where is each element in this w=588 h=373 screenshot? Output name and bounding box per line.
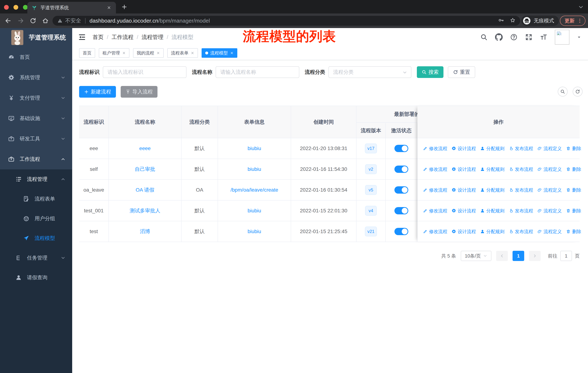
page-size-select[interactable]: 10条/页 xyxy=(461,251,491,261)
goto-page-input[interactable] xyxy=(560,251,572,261)
active-toggle[interactable] xyxy=(394,166,408,173)
security-warning-icon[interactable] xyxy=(57,18,63,23)
version-badge[interactable]: v2 xyxy=(365,164,377,174)
avatar-caret-icon[interactable] xyxy=(577,35,581,40)
password-key-icon[interactable] xyxy=(498,17,504,23)
assign-rule-link[interactable]: 分配规则 xyxy=(480,187,504,193)
breadcrumb-item[interactable]: 首页 xyxy=(93,33,104,41)
toggle-search-button[interactable] xyxy=(558,87,567,97)
url-text[interactable]: dashboard.yudao.iocoder.cn/bpm/manager/m… xyxy=(89,18,210,24)
process-name-link[interactable]: eeee xyxy=(139,146,151,151)
assign-rule-link[interactable]: 分配规则 xyxy=(480,208,504,214)
delete-link[interactable]: 删除 xyxy=(566,166,581,172)
sidebar-item-infrastructure[interactable]: 基础设施 xyxy=(0,108,72,129)
active-toggle[interactable] xyxy=(394,145,408,152)
help-question-icon[interactable] xyxy=(510,33,518,41)
process-name-link[interactable]: 滔博 xyxy=(140,228,150,235)
address-bar[interactable]: 不安全 dashboard.yudao.iocoder.cn/bpm/manag… xyxy=(52,16,520,26)
zoom-window-button[interactable] xyxy=(23,5,28,10)
active-toggle[interactable] xyxy=(394,207,408,214)
sidebar-item-system[interactable]: 系统管理 xyxy=(0,67,72,88)
tag-tenant[interactable]: 租户管理 xyxy=(99,48,129,58)
sidebar-item-user-group[interactable]: 用户分组 xyxy=(0,209,72,228)
browser-update-button[interactable]: 更新 xyxy=(560,16,586,26)
publish-process-link[interactable]: 发布流程 xyxy=(509,229,533,235)
import-process-button[interactable]: 导入流程 xyxy=(121,86,158,98)
forward-button[interactable] xyxy=(17,17,24,24)
form-info-link[interactable]: biubiu xyxy=(248,229,261,234)
sidebar-item-process-form[interactable]: 流程表单 xyxy=(0,189,72,209)
close-icon[interactable] xyxy=(156,51,160,55)
next-page-button[interactable] xyxy=(529,251,541,261)
create-process-button[interactable]: 新建流程 xyxy=(79,86,116,98)
publish-process-link[interactable]: 发布流程 xyxy=(509,166,533,172)
reset-button[interactable]: 重置 xyxy=(448,66,475,78)
publish-process-link[interactable]: 发布流程 xyxy=(509,146,533,151)
sidebar-item-home[interactable]: 首页 xyxy=(0,47,72,67)
modify-process-link[interactable]: 修改流程 xyxy=(423,146,447,151)
browser-tab[interactable]: 芋道管理系统 xyxy=(27,2,116,13)
category-select[interactable]: 流程分类 xyxy=(328,66,411,78)
design-process-link[interactable]: 设计流程 xyxy=(452,146,476,151)
version-badge[interactable]: v5 xyxy=(365,185,377,195)
bookmark-star-icon[interactable] xyxy=(510,17,516,23)
reload-button[interactable] xyxy=(30,17,36,24)
prev-page-button[interactable] xyxy=(496,251,508,261)
process-definition-link[interactable]: 流程定义 xyxy=(537,187,562,193)
github-icon[interactable] xyxy=(495,33,503,41)
process-key-input[interactable] xyxy=(103,66,187,78)
tag-my-process[interactable]: 我的流程 xyxy=(133,48,164,58)
security-label[interactable]: 不安全 xyxy=(65,17,81,24)
back-button[interactable] xyxy=(5,17,12,24)
process-name-input[interactable] xyxy=(216,66,299,78)
font-size-icon[interactable] xyxy=(540,33,547,41)
browser-menu-icon[interactable] xyxy=(577,18,583,23)
tab-search-chevron-icon[interactable] xyxy=(578,4,584,10)
process-name-link[interactable]: 自己审批 xyxy=(135,166,155,173)
version-badge[interactable]: v17 xyxy=(365,143,377,153)
refresh-table-button[interactable] xyxy=(573,87,583,97)
breadcrumb-item[interactable]: 工作流程 xyxy=(112,33,133,41)
tag-process-form[interactable]: 流程表单 xyxy=(167,48,198,58)
process-definition-link[interactable]: 流程定义 xyxy=(537,229,562,235)
close-window-button[interactable] xyxy=(4,5,9,10)
design-process-link[interactable]: 设计流程 xyxy=(452,229,476,235)
version-badge[interactable]: v4 xyxy=(365,206,377,216)
sidebar-item-leave-query[interactable]: 请假查询 xyxy=(0,268,72,287)
new-tab-button[interactable] xyxy=(121,4,128,10)
search-button[interactable]: 搜索 xyxy=(417,66,443,78)
close-icon[interactable] xyxy=(230,51,234,55)
modify-process-link[interactable]: 修改流程 xyxy=(423,229,447,235)
active-toggle[interactable] xyxy=(394,186,408,194)
process-name-link[interactable]: OA 请假 xyxy=(136,186,154,193)
delete-link[interactable]: 删除 xyxy=(566,208,581,214)
tab-close-icon[interactable] xyxy=(106,5,112,10)
process-definition-link[interactable]: 流程定义 xyxy=(537,166,562,172)
publish-process-link[interactable]: 发布流程 xyxy=(509,208,533,214)
sidebar-item-task-management[interactable]: 任务管理 xyxy=(0,248,72,268)
delete-link[interactable]: 删除 xyxy=(566,187,581,193)
design-process-link[interactable]: 设计流程 xyxy=(452,187,476,193)
assign-rule-link[interactable]: 分配规则 xyxy=(480,229,504,235)
form-info-link[interactable]: biubiu xyxy=(248,166,261,172)
search-icon[interactable] xyxy=(480,33,488,41)
tag-process-model-active[interactable]: 流程模型 xyxy=(202,48,237,58)
sidebar-item-payment[interactable]: 支付管理 xyxy=(0,88,72,108)
modify-process-link[interactable]: 修改流程 xyxy=(423,166,447,172)
publish-process-link[interactable]: 发布流程 xyxy=(509,187,533,193)
avatar[interactable] xyxy=(555,30,569,45)
delete-link[interactable]: 删除 xyxy=(566,229,581,235)
close-icon[interactable] xyxy=(191,51,194,55)
form-info-link[interactable]: biubiu xyxy=(248,208,261,214)
sidebar-item-process-model[interactable]: 流程模型 xyxy=(0,228,72,248)
home-button[interactable] xyxy=(42,17,49,24)
breadcrumb-item[interactable]: 流程管理 xyxy=(142,33,164,41)
current-page[interactable]: 1 xyxy=(513,251,524,261)
design-process-link[interactable]: 设计流程 xyxy=(452,208,476,214)
minimize-window-button[interactable] xyxy=(13,5,18,10)
assign-rule-link[interactable]: 分配规则 xyxy=(480,146,504,151)
form-info-link[interactable]: /bpm/oa/leave/create xyxy=(231,187,278,193)
active-toggle[interactable] xyxy=(394,228,408,235)
modify-process-link[interactable]: 修改流程 xyxy=(423,208,447,214)
form-info-link[interactable]: biubiu xyxy=(248,146,261,151)
